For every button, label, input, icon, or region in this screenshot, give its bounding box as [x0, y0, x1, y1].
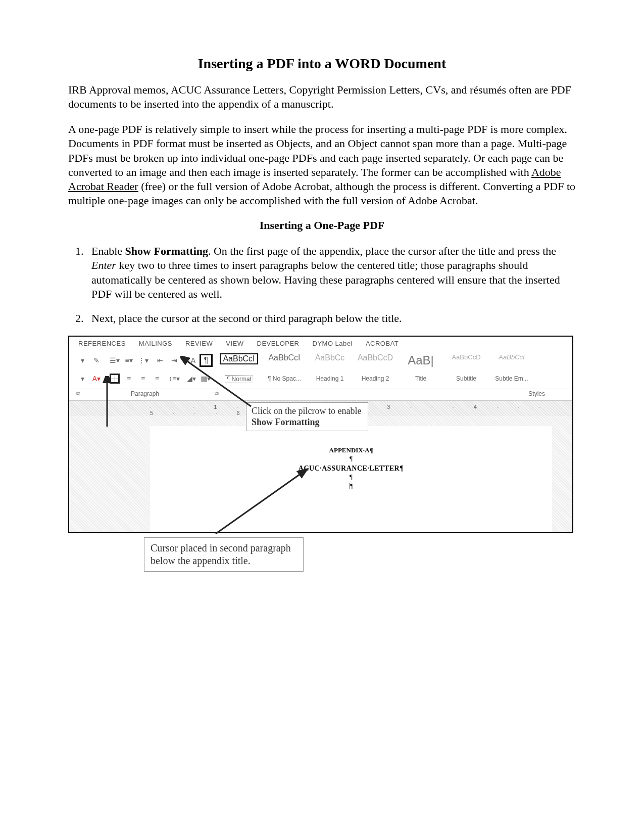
style-normal-preview: AaBbCcI: [220, 353, 258, 364]
dropdown-caret-icon[interactable]: ▾: [76, 354, 88, 366]
decrease-indent-icon[interactable]: ⇤: [154, 354, 166, 366]
style-h2-label-wrap: Heading 2: [356, 374, 394, 382]
callout-pilcrow: Click on the pilcrow to enable Show Form…: [246, 402, 368, 431]
callout1-a: Click on the pilcrow to enable: [252, 406, 361, 416]
style-subtleem-label-wrap: Subtle Em...: [492, 374, 531, 382]
style-title-label-wrap: Title: [402, 374, 440, 382]
tab-dymo[interactable]: DYMO Label: [313, 340, 353, 347]
step1-b: . On the first page of the appendix, pla…: [208, 245, 556, 257]
tab-mailings[interactable]: MAILINGS: [139, 340, 172, 347]
align-right-icon[interactable]: ≡: [137, 373, 149, 385]
step-2: Next, place the cursor at the second or …: [86, 311, 576, 326]
ribbon-tabs: REFERENCES MAILINGS REVIEW VIEW DEVELOPE…: [69, 337, 572, 349]
tab-references[interactable]: REFERENCES: [78, 340, 126, 347]
section-heading-1: Inserting a One-Page PDF: [68, 219, 576, 232]
document-page: APPENDIX·A¶ ¶ ACUC·ASSURANCE·LETTER¶ ¶ |…: [150, 426, 552, 532]
style-heading2-preview: AaBbCcD: [358, 353, 393, 362]
multilevel-icon[interactable]: ⋮▾: [137, 354, 149, 366]
style-subtleem-preview: AaBbCcI: [499, 353, 524, 361]
dropdown-caret2-icon[interactable]: ▾: [76, 373, 88, 385]
style-normal[interactable]: AaBbCcI: [220, 353, 258, 364]
page-title: Inserting a PDF into a WORD Document: [68, 56, 576, 72]
document-area: APPENDIX·A¶ ¶ ACUC·ASSURANCE·LETTER¶ ¶ |…: [69, 416, 572, 532]
increase-indent-icon[interactable]: ⇥: [168, 354, 180, 366]
borders-icon: [110, 374, 120, 384]
step1-italic: Enter: [91, 259, 116, 271]
sort-icon[interactable]: ↓A: [185, 354, 197, 366]
intro-paragraph-1: IRB Approval memos, ACUC Assurance Lette…: [68, 83, 576, 111]
style-subtleem-label: Subtle Em...: [495, 375, 528, 382]
style-title-label: Title: [415, 375, 426, 382]
style-title-preview: AaB|: [408, 353, 434, 367]
group-styles-label: Styles: [528, 390, 545, 397]
group-paragraph-label: Paragraph: [131, 390, 159, 397]
cursor-mark: |¶: [150, 482, 552, 490]
style-normal-label-wrap: ¶ Normal: [220, 374, 258, 383]
step1-a: Enable: [91, 245, 125, 257]
style-subtitle-label-wrap: Subtitle: [447, 374, 485, 382]
intro2-part-a: A one-page PDF is relatively simple to i…: [68, 123, 567, 178]
step-1: Enable Show Formatting. On the first pag…: [86, 244, 576, 301]
bullets-icon[interactable]: ☰▾: [109, 354, 121, 366]
numbering-icon[interactable]: ≡▾: [123, 354, 135, 366]
style-nospacing-label-wrap: ¶ No Spac...: [265, 374, 304, 382]
style-subtle-em[interactable]: AaBbCcI: [492, 353, 531, 361]
figure-block: REFERENCES MAILINGS REVIEW VIEW DEVELOPE…: [68, 336, 576, 572]
style-normal-label: ¶ Normal: [225, 375, 253, 383]
tab-view[interactable]: VIEW: [226, 340, 243, 347]
step1-c: key two to three times to insert paragra…: [91, 259, 560, 300]
pilcrow-button[interactable]: ¶: [200, 354, 213, 367]
dialog-launcher-icon[interactable]: ⧉: [76, 390, 80, 397]
format-painter-icon[interactable]: ✎: [90, 354, 103, 366]
style-heading2-label: Heading 2: [362, 375, 389, 382]
tab-developer[interactable]: DEVELOPER: [257, 340, 300, 347]
style-h1-label-wrap: Heading 1: [311, 374, 349, 382]
style-heading2[interactable]: AaBbCcD: [356, 353, 394, 362]
appendix-subtitle: ACUC·ASSURANCE·LETTER¶: [150, 465, 552, 473]
callout1-bold: Show Formatting: [252, 417, 320, 427]
tab-acrobat[interactable]: ACROBAT: [366, 340, 399, 347]
pilcrow-mark-2: ¶: [150, 473, 552, 481]
style-nospacing[interactable]: AaBbCcI: [265, 353, 304, 362]
style-title[interactable]: AaB|: [402, 353, 440, 367]
appendix-title: APPENDIX·A¶: [150, 446, 552, 454]
style-nospacing-preview: AaBbCcI: [268, 353, 300, 362]
line-spacing-icon[interactable]: ↕≡▾: [168, 373, 180, 385]
style-heading1-label: Heading 1: [316, 375, 344, 382]
intro-paragraph-2: A one-page PDF is relatively simple to i…: [68, 122, 576, 208]
dialog-launcher-paragraph-icon[interactable]: ⧉: [215, 390, 219, 397]
style-subtitle-preview: AaBbCcD: [452, 353, 480, 361]
borders-dropdown-icon[interactable]: ▦▾: [200, 373, 212, 385]
callout-cursor: Cursor placed in second paragraph below …: [144, 537, 304, 572]
style-heading1[interactable]: AaBbCc: [311, 353, 349, 362]
pilcrow-mark-1: ¶: [150, 454, 552, 462]
style-subtitle[interactable]: AaBbCcD: [447, 353, 485, 361]
font-color-icon[interactable]: A▾: [90, 373, 103, 385]
style-subtitle-label: Subtitle: [456, 375, 476, 382]
align-justify-icon[interactable]: ≡: [151, 373, 163, 385]
align-left-icon[interactable]: [109, 373, 121, 385]
style-nospacing-label: ¶ No Spac...: [268, 375, 301, 382]
word-ribbon-screenshot: REFERENCES MAILINGS REVIEW VIEW DEVELOPE…: [68, 336, 573, 533]
style-heading1-preview: AaBbCc: [315, 353, 345, 362]
tab-review[interactable]: REVIEW: [185, 340, 213, 347]
intro2-part-b: (free) or the full version of Adobe Acro…: [68, 180, 575, 207]
step1-bold: Show Formatting: [125, 245, 208, 257]
styles-gallery: AaBbCcI AaBbCcI AaBbCc AaBbCcD AaB|: [216, 353, 531, 367]
align-center-icon[interactable]: ≡: [123, 373, 135, 385]
shading-icon[interactable]: ◢▾: [185, 373, 197, 385]
